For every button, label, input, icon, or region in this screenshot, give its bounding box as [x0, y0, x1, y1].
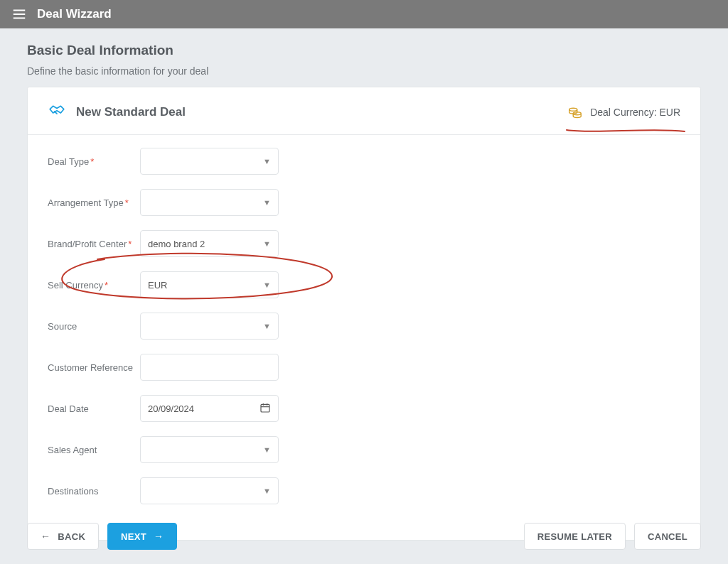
label-deal-type: Deal Type*: [48, 156, 140, 167]
arrow-left-icon: ←: [41, 531, 50, 542]
select-destinations[interactable]: ▼: [140, 477, 279, 504]
chevron-down-icon: ▼: [263, 487, 271, 495]
coins-icon: [567, 104, 583, 120]
page-header: Basic Deal Information Define the basic …: [0, 28, 728, 87]
row-deal-date: Deal Date 20/09/2024: [48, 395, 680, 422]
label-deal-date: Deal Date: [48, 403, 140, 414]
row-destinations: Destinations ▼: [48, 477, 680, 504]
cancel-button[interactable]: CANCEL: [634, 523, 701, 550]
input-deal-date[interactable]: 20/09/2024: [140, 395, 279, 422]
chevron-down-icon: ▼: [263, 239, 271, 248]
select-arrangement-type[interactable]: ▼: [140, 189, 279, 216]
footer: ← BACK NEXT → RESUME LATER CANCEL: [27, 523, 701, 550]
label-brand: Brand/Profit Center*: [48, 239, 140, 249]
deal-currency-label: Deal Currency: EUR: [590, 107, 680, 118]
label-sell-currency: Sell Currency*: [48, 280, 140, 291]
select-sell-currency[interactable]: EUR ▼: [140, 271, 279, 298]
chevron-down-icon: ▼: [263, 281, 271, 289]
arrow-right-icon: →: [154, 531, 164, 542]
handshake-icon: [48, 103, 66, 121]
page-subheading: Define the basic information for your de…: [27, 65, 701, 77]
select-deal-type[interactable]: ▼: [140, 148, 279, 175]
chevron-down-icon: ▼: [263, 445, 271, 454]
menu-icon[interactable]: [11, 6, 27, 22]
row-deal-type: Deal Type* ▼: [48, 148, 680, 175]
row-sell-currency: Sell Currency* EUR ▼: [48, 271, 680, 298]
next-button[interactable]: NEXT →: [107, 523, 177, 550]
app-title: Deal Wizzard: [37, 7, 112, 21]
calendar-icon: [259, 402, 271, 416]
back-button[interactable]: ← BACK: [27, 523, 99, 550]
form-area: Deal Type* ▼ Arrangement Type* ▼ Brand/P…: [28, 135, 700, 540]
label-arrangement-type: Arrangement Type*: [48, 197, 140, 208]
select-brand[interactable]: demo brand 2 ▼: [140, 230, 279, 257]
chevron-down-icon: ▼: [263, 322, 271, 330]
resume-later-button[interactable]: RESUME LATER: [524, 523, 626, 550]
chevron-down-icon: ▼: [263, 157, 271, 166]
card-title: New Standard Deal: [76, 105, 186, 119]
svg-rect-5: [261, 404, 269, 412]
card-header: New Standard Deal Deal Currency: EUR: [28, 87, 700, 135]
label-destinations: Destinations: [48, 486, 140, 497]
label-sales-agent: Sales Agent: [48, 445, 140, 455]
row-customer-reference: Customer Reference: [48, 354, 680, 381]
app-topbar: Deal Wizzard: [0, 0, 728, 28]
label-customer-reference: Customer Reference: [48, 362, 140, 373]
row-source: Source ▼: [48, 313, 680, 340]
chevron-down-icon: ▼: [263, 198, 271, 207]
form-card: New Standard Deal Deal Currency: EUR: [27, 87, 701, 541]
row-arrangement-type: Arrangement Type* ▼: [48, 189, 680, 216]
annotation-underline: [565, 126, 686, 136]
page-heading: Basic Deal Information: [27, 43, 701, 58]
input-customer-reference[interactable]: [140, 354, 279, 381]
select-source[interactable]: ▼: [140, 313, 279, 340]
row-sales-agent: Sales Agent ▼: [48, 436, 680, 463]
select-sales-agent[interactable]: ▼: [140, 436, 279, 463]
row-brand: Brand/Profit Center* demo brand 2 ▼: [48, 230, 680, 257]
label-source: Source: [48, 321, 140, 332]
svg-point-3: [569, 108, 577, 111]
